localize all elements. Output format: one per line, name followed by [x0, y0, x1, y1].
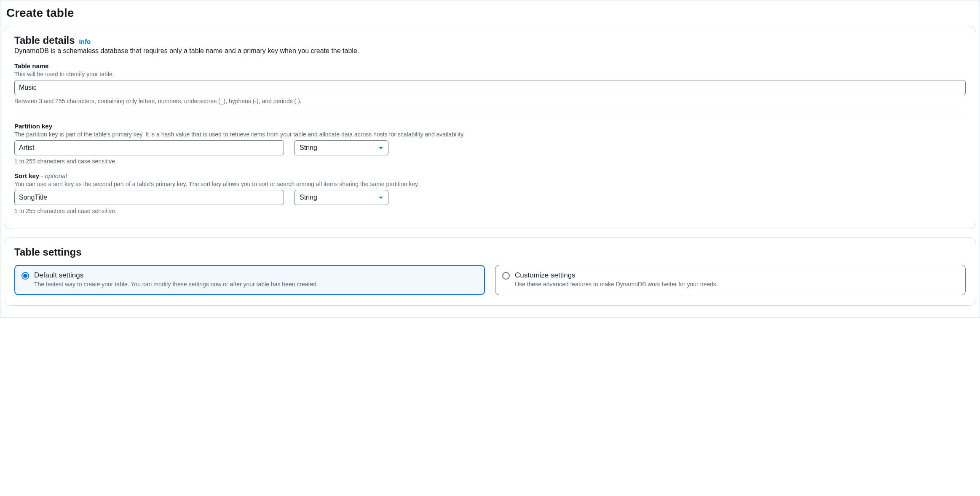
- table-settings-panel: Table settings Default settings The fast…: [4, 237, 976, 306]
- customize-settings-title: Customize settings: [515, 271, 959, 280]
- table-name-label: Table name: [14, 62, 48, 69]
- partition-key-label: Partition key: [14, 123, 52, 130]
- customize-settings-desc: Use these advanced features to make Dyna…: [515, 280, 959, 289]
- divider: [14, 113, 966, 113]
- sort-key-help: 1 to 255 characters and case sensitive.: [14, 208, 966, 214]
- sort-key-field: Sort key - optional You can use a sort k…: [14, 172, 966, 214]
- sort-key-optional: - optional: [39, 172, 67, 179]
- table-name-hint: This will be used to identify your table…: [14, 71, 966, 77]
- partition-key-input[interactable]: [14, 140, 284, 155]
- sort-key-type-select[interactable]: String: [294, 190, 388, 205]
- sort-key-label: Sort key: [14, 172, 39, 179]
- sort-key-hint: You can use a sort key as the second par…: [14, 181, 966, 187]
- table-settings-heading: Table settings: [14, 246, 966, 258]
- partition-key-help: 1 to 255 characters and case sensitive.: [14, 158, 966, 165]
- table-details-description: DynamoDB is a schemaless database that r…: [14, 47, 966, 55]
- partition-key-field: Partition key The partition key is part …: [14, 123, 966, 165]
- radio-icon: [21, 272, 29, 280]
- table-name-field: Table name This will be used to identify…: [14, 62, 966, 104]
- page-container: Create table Table details Info DynamoDB…: [0, 0, 980, 318]
- default-settings-title: Default settings: [34, 271, 478, 280]
- page-title: Create table: [4, 4, 976, 26]
- radio-icon: [502, 272, 510, 280]
- partition-key-hint: The partition key is part of the table's…: [14, 131, 966, 138]
- table-details-heading: Table details: [14, 35, 75, 46]
- partition-key-type-select[interactable]: String: [294, 140, 388, 155]
- table-name-help: Between 3 and 255 characters, containing…: [14, 98, 966, 104]
- customize-settings-option[interactable]: Customize settings Use these advanced fe…: [495, 265, 966, 295]
- table-name-input[interactable]: [14, 80, 966, 95]
- info-link[interactable]: Info: [79, 38, 91, 45]
- table-details-panel: Table details Info DynamoDB is a schemal…: [4, 26, 976, 229]
- default-settings-option[interactable]: Default settings The fastest way to crea…: [14, 265, 485, 295]
- sort-key-input[interactable]: [14, 190, 284, 205]
- default-settings-desc: The fastest way to create your table. Yo…: [34, 280, 478, 289]
